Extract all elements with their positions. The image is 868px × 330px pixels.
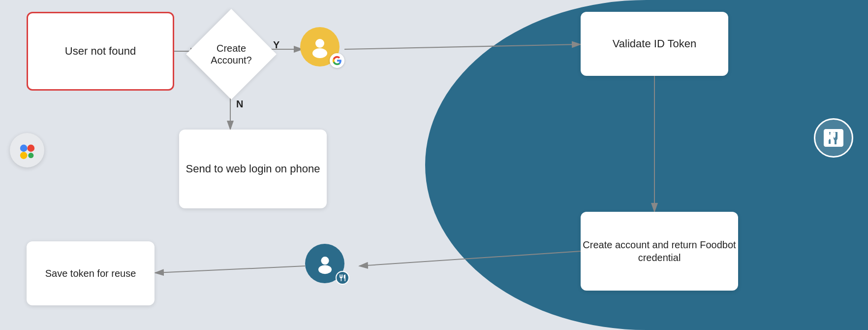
yes-label: Y xyxy=(273,39,279,51)
svg-point-15 xyxy=(318,265,332,274)
validate-id-box: Validate ID Token xyxy=(581,12,728,76)
svg-line-3 xyxy=(344,44,581,49)
send-to-web-login-label: Send to web login on phone xyxy=(186,162,320,176)
save-token-label: Save token for reuse xyxy=(45,267,136,280)
svg-point-14 xyxy=(321,257,329,264)
svg-point-9 xyxy=(312,48,327,58)
svg-point-10 xyxy=(20,144,27,152)
user-not-found-label: User not found xyxy=(65,44,136,59)
svg-line-6 xyxy=(359,251,581,266)
user-not-found-box: User not found xyxy=(27,12,174,91)
svg-point-13 xyxy=(28,153,33,158)
create-account-label: Create account and return Foodbot creden… xyxy=(581,238,738,264)
svg-point-8 xyxy=(315,39,324,48)
diamond-label: CreateAccount? xyxy=(192,15,271,94)
create-account-diamond: CreateAccount? xyxy=(192,15,271,94)
svg-line-7 xyxy=(155,266,305,273)
svg-point-11 xyxy=(27,144,34,152)
svg-point-12 xyxy=(20,152,27,159)
foodbot-right-icon xyxy=(814,118,858,163)
no-label: N xyxy=(236,99,243,110)
google-user-icon xyxy=(300,25,344,69)
google-assistant-icon xyxy=(10,133,49,172)
create-account-box: Create account and return Foodbot creden… xyxy=(581,212,738,291)
save-token-box: Save token for reuse xyxy=(27,241,155,305)
send-to-web-login-box: Send to web login on phone xyxy=(179,130,327,208)
validate-id-label: Validate ID Token xyxy=(613,37,696,51)
diagram: Y N User not found CreateAccount? Send t… xyxy=(0,0,868,330)
foodbot-user-icon xyxy=(305,241,349,286)
